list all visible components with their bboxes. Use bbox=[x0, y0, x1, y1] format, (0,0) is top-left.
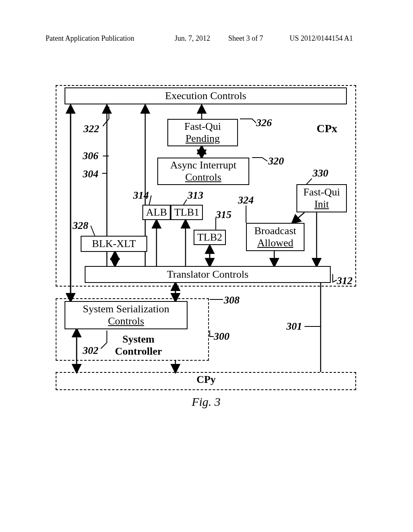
translator-controls-box: Translator Controls bbox=[85, 266, 331, 283]
figure-3: Execution Controls Fast-Qui Pending Asyn… bbox=[54, 79, 358, 413]
ref-322: 322 bbox=[83, 123, 99, 135]
ref-301: 301 bbox=[286, 320, 302, 332]
system-serialization-controls-box: System Serialization Controls bbox=[65, 301, 188, 329]
tlb1-box: TLB1 bbox=[171, 205, 203, 220]
ref-324: 324 bbox=[238, 194, 254, 206]
fast-qui-init-l2: Init bbox=[314, 198, 329, 210]
header-sheet: Sheet 3 of 7 bbox=[228, 34, 263, 43]
ref-328: 328 bbox=[73, 220, 88, 232]
header-publication: Patent Application Publication bbox=[46, 34, 134, 43]
fast-qui-init-l1: Fast-Qui bbox=[303, 186, 340, 198]
fast-qui-init-box: Fast-Qui Init bbox=[296, 184, 347, 212]
blk-xlt-box: BLK-XLT bbox=[81, 236, 147, 252]
ref-313: 313 bbox=[188, 189, 203, 202]
tlb2-box: TLB2 bbox=[194, 230, 226, 245]
broadcast-l2: Allowed bbox=[257, 237, 294, 249]
cpy-label: CPy bbox=[54, 374, 358, 386]
header-docnum: US 2012/0144154 A1 bbox=[290, 34, 353, 43]
ref-300: 300 bbox=[214, 330, 229, 343]
ref-308: 308 bbox=[224, 294, 240, 306]
fast-qui-pending-l1: Fast-Qui bbox=[184, 121, 221, 133]
translator-label: Translator Controls bbox=[167, 268, 248, 281]
tlb2-label: TLB2 bbox=[197, 231, 222, 243]
async-interrupt-controls-box: Async Interrupt Controls bbox=[157, 158, 249, 185]
blk-xlt-label: BLK-XLT bbox=[92, 238, 136, 250]
async-int-l2: Controls bbox=[185, 171, 221, 183]
ref-304: 304 bbox=[83, 168, 98, 180]
async-int-l1: Async Interrupt bbox=[170, 159, 236, 171]
fast-qui-pending-box: Fast-Qui Pending bbox=[167, 119, 238, 146]
cpx-label: CPx bbox=[317, 122, 337, 135]
system-controller-label: System Controller bbox=[115, 333, 162, 357]
alb-label: ALB bbox=[146, 206, 167, 218]
ref-326: 326 bbox=[256, 117, 272, 129]
fast-qui-pending-l2: Pending bbox=[186, 133, 220, 145]
ref-315: 315 bbox=[216, 209, 232, 221]
sys-serial-l2: Controls bbox=[108, 315, 144, 327]
page-header: Patent Application Publication Jun. 7, 2… bbox=[0, 34, 413, 46]
ref-330: 330 bbox=[313, 167, 328, 179]
alb-box: ALB bbox=[142, 205, 171, 220]
sys-serial-l1: System Serialization bbox=[83, 303, 169, 315]
ref-312: 312 bbox=[337, 275, 353, 287]
header-date: Jun. 7, 2012 bbox=[175, 34, 210, 43]
execution-controls-label: Execution Controls bbox=[165, 90, 246, 102]
broadcast-l1: Broadcast bbox=[254, 225, 296, 237]
execution-controls-box: Execution Controls bbox=[65, 87, 347, 104]
tlb1-label: TLB1 bbox=[174, 206, 199, 218]
svg-line-17 bbox=[292, 212, 305, 223]
ref-320: 320 bbox=[268, 155, 284, 167]
broadcast-allowed-box: Broadcast Allowed bbox=[246, 223, 305, 251]
ref-314: 314 bbox=[133, 189, 149, 202]
ref-302: 302 bbox=[83, 345, 98, 357]
ref-306: 306 bbox=[83, 150, 98, 162]
